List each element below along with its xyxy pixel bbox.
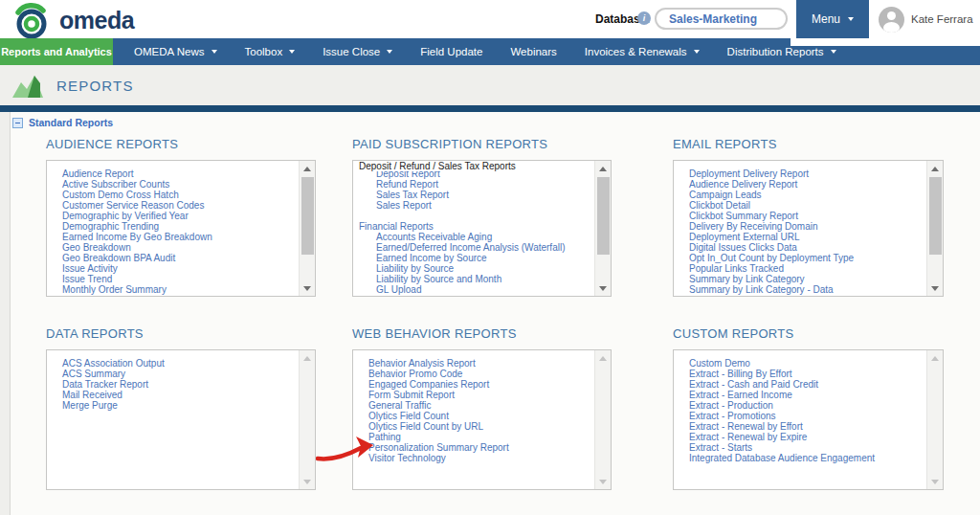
report-link-monthly-order-summary[interactable]: Monthly Order Summary: [47, 284, 315, 295]
scrollbar-up-button[interactable]: [300, 350, 315, 366]
report-link-financial-reports[interactable]: Financial Reports: [353, 221, 611, 232]
report-link-extract-billing-by-effort[interactable]: Extract - Billing By Effort: [674, 369, 943, 379]
report-link-audience-delivery-report[interactable]: Audience Delivery Report: [674, 179, 943, 190]
report-link-pathing[interactable]: Pathing: [353, 432, 611, 442]
scrollbar[interactable]: [926, 350, 943, 489]
report-link-liability-by-source-and-month[interactable]: Liability by Source and Month: [353, 274, 611, 284]
scrollbar-up-button[interactable]: [927, 350, 943, 366]
scrollbar[interactable]: [926, 161, 943, 296]
scrollbar[interactable]: [594, 350, 611, 489]
report-link-audience-report[interactable]: Audience Report: [47, 168, 315, 179]
standard-reports-toggle[interactable]: Standard Reports: [12, 117, 113, 128]
scrollbar-track[interactable]: [300, 176, 315, 280]
report-link-accounts-receivable-aging[interactable]: Accounts Receivable Aging: [353, 232, 611, 242]
report-link-deployment-delivery-report[interactable]: Deployment Delivery Report: [674, 168, 943, 179]
report-link-earned-income-by-source[interactable]: Earned Income by Source: [353, 253, 611, 263]
report-link-popular-links-tracked[interactable]: Popular Links Tracked: [674, 263, 943, 274]
report-link-geo-breakdown[interactable]: Geo Breakdown: [47, 242, 315, 253]
scrollbar-thumb[interactable]: [301, 177, 314, 255]
scrollbar-up-button[interactable]: [300, 161, 315, 176]
report-link-demographic-by-verified-year[interactable]: Demographic by Verified Year: [47, 211, 315, 221]
scrollbar-track[interactable]: [595, 366, 611, 474]
scrollbar-track[interactable]: [927, 176, 943, 280]
nav-item-field-update[interactable]: Field Update: [420, 38, 482, 65]
scrollbar-track[interactable]: [300, 366, 315, 474]
report-link-extract-production[interactable]: Extract - Production: [674, 400, 943, 411]
report-link-extract-cash-and-paid-credit[interactable]: Extract - Cash and Paid Credit: [674, 379, 943, 390]
report-link-deployment-external-url[interactable]: Deployment External URL: [674, 232, 943, 242]
report-link-demographic-trending[interactable]: Demographic Trending: [47, 221, 315, 232]
report-link-extract-renewal-by-effort[interactable]: Extract - Renewal by Effort: [674, 421, 943, 432]
report-listbox[interactable]: Deposit / Refund / Sales Tax ReportsDepo…: [352, 160, 612, 297]
report-link-olytics-field-count[interactable]: Olytics Field Count: [353, 411, 611, 421]
report-link-extract-starts[interactable]: Extract - Starts: [674, 442, 943, 453]
scrollbar-thumb[interactable]: [929, 177, 942, 255]
menu-button[interactable]: Menu: [796, 0, 869, 38]
report-link-data-tracker-report[interactable]: Data Tracker Report: [47, 379, 315, 390]
report-link-olytics-field-count-by-url[interactable]: Olytics Field Count by URL: [353, 421, 611, 432]
nav-item-webinars[interactable]: Webinars: [510, 38, 556, 65]
report-link-summary-by-link-category-data[interactable]: Summary by Link Category - Data: [674, 284, 943, 295]
report-link-geo-breakdown-bpa-audit[interactable]: Geo Breakdown BPA Audit: [47, 253, 315, 263]
nav-item-reports-and-analytics[interactable]: Reports and Analytics: [0, 38, 113, 65]
report-link-clickbot-summary-report[interactable]: Clickbot Summary Report: [674, 211, 943, 221]
report-link-sales-tax-report[interactable]: Sales Tax Report: [353, 190, 611, 200]
scrollbar-thumb[interactable]: [597, 177, 610, 255]
scrollbar-track[interactable]: [595, 176, 611, 280]
omeda-logo[interactable]: omeda: [11, 0, 134, 40]
report-link-custom-demo[interactable]: Custom Demo: [674, 358, 943, 369]
report-link-clickbot-detail[interactable]: Clickbot Detail: [674, 200, 943, 211]
report-link-digital-issues-clicks-data[interactable]: Digital Issues Clicks Data: [674, 242, 943, 253]
report-link-earned-income-by-geo-breakdown[interactable]: Earned Income By Geo Breakdown: [47, 232, 315, 242]
scrollbar[interactable]: [299, 350, 315, 489]
report-link-new-names-source[interactable]: New Names Source: [47, 295, 315, 297]
report-link-merge-purge[interactable]: Merge Purge: [47, 400, 315, 411]
report-link-refund-report[interactable]: Refund Report: [353, 179, 611, 190]
report-listbox[interactable]: ACS Association OutputACS SummaryData Tr…: [46, 349, 316, 490]
scrollbar-up-button[interactable]: [595, 161, 611, 176]
database-input[interactable]: Sales-Marketing: [655, 8, 788, 30]
report-link-issue-trend[interactable]: Issue Trend: [47, 274, 315, 284]
report-link-earned-deferred-income-analysis-waterfall[interactable]: Earned/Deferred Income Analysis (Waterfa…: [353, 242, 611, 253]
report-link-visitor-technology[interactable]: Visitor Technology: [353, 453, 611, 463]
user-menu[interactable]: Kate Ferrara: [879, 6, 980, 33]
report-link-campaign-leads[interactable]: Campaign Leads: [674, 190, 943, 200]
nav-item-invoices-renewals[interactable]: Invoices & Renewals: [585, 38, 700, 65]
report-link-sales-report[interactable]: Sales Report: [353, 200, 611, 211]
report-link-engaged-companies-report[interactable]: Engaged Companies Report: [353, 379, 611, 390]
scrollbar-down-button[interactable]: [927, 474, 943, 489]
report-link-extract-promotions[interactable]: Extract - Promotions: [674, 411, 943, 421]
scrollbar-down-button[interactable]: [927, 280, 943, 296]
report-link-summary-stats[interactable]: Summary Stats: [674, 295, 943, 297]
report-link-mail-received[interactable]: Mail Received: [47, 390, 315, 400]
nav-item-issue-close[interactable]: Issue Close: [323, 38, 392, 65]
report-link-issue-activity[interactable]: Issue Activity: [47, 263, 315, 274]
report-link-custom-demo-cross-hatch[interactable]: Custom Demo Cross Hatch: [47, 190, 315, 200]
report-link-extract-earned-income[interactable]: Extract - Earned Income: [674, 390, 943, 400]
info-icon[interactable]: i: [637, 11, 651, 25]
scrollbar-down-button[interactable]: [595, 474, 611, 489]
report-listbox[interactable]: Custom DemoExtract - Billing By EffortEx…: [673, 349, 944, 490]
report-listbox[interactable]: Behavior Analysis ReportBehavior Promo C…: [352, 349, 612, 490]
report-link-acs-association-output[interactable]: ACS Association Output: [47, 358, 315, 369]
report-link-integrated-database-audience-engagement[interactable]: Integrated Database Audience Engagement: [674, 453, 943, 463]
report-link-active-subscriber-counts[interactable]: Active Subscriber Counts: [47, 179, 315, 190]
scrollbar-down-button[interactable]: [595, 280, 611, 296]
report-link-delivery-by-receiving-domain[interactable]: Delivery By Receiving Domain: [674, 221, 943, 232]
scrollbar-up-button[interactable]: [927, 161, 943, 176]
report-link-personalization-summary-report[interactable]: Personalization Summary Report: [353, 442, 611, 453]
scrollbar-down-button[interactable]: [300, 280, 315, 296]
scrollbar-up-button[interactable]: [595, 350, 611, 366]
scrollbar[interactable]: [299, 161, 315, 296]
report-listbox[interactable]: Audience ReportActive Subscriber CountsC…: [46, 160, 316, 297]
nav-item-omeda-news[interactable]: OMEDA News: [134, 38, 217, 65]
report-link-extract-renewal-by-expire[interactable]: Extract - Renewal by Expire: [674, 432, 943, 442]
report-link-general-traffic[interactable]: General Traffic: [353, 400, 611, 411]
nav-item-toolbox[interactable]: Toolbox: [245, 38, 296, 65]
scrollbar-track[interactable]: [927, 366, 943, 474]
report-link-form-submit-report[interactable]: Form Submit Report: [353, 390, 611, 400]
scrollbar-down-button[interactable]: [300, 474, 315, 489]
report-link-gl-upload[interactable]: GL Upload: [353, 284, 611, 295]
report-link-acs-summary[interactable]: ACS Summary: [47, 369, 315, 379]
report-link-customer-service-reason-codes[interactable]: Customer Service Reason Codes: [47, 200, 315, 211]
